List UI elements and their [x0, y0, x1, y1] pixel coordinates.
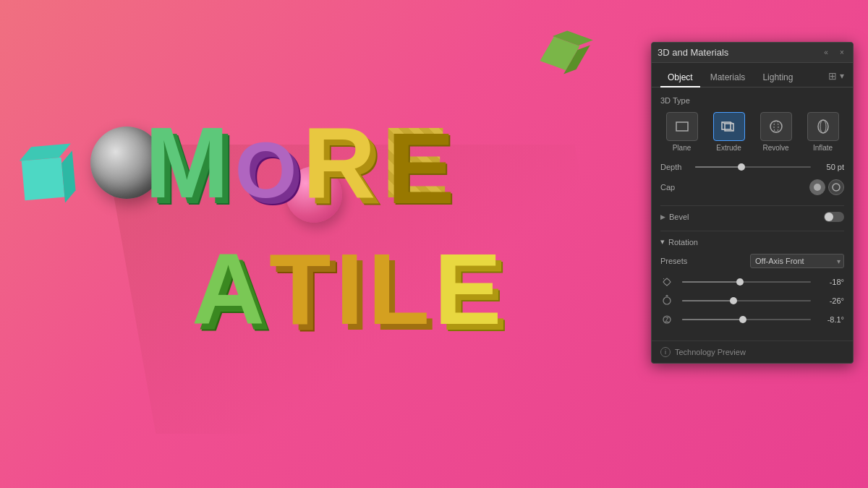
- divider-2: [660, 231, 844, 231]
- x-thumb[interactable]: [736, 278, 744, 286]
- bevel-chevron: ▶: [660, 213, 665, 221]
- x-track: [682, 281, 811, 283]
- teal-cube: [22, 158, 65, 201]
- panel-tabs: Object Materials Lighting ⊞ ▾: [652, 63, 853, 87]
- svg-point-11: [833, 184, 840, 191]
- svg-point-8: [818, 120, 828, 133]
- bevel-toggle[interactable]: [824, 212, 844, 222]
- plane-icon-box: [666, 112, 698, 141]
- tab-lighting[interactable]: Lighting: [755, 69, 800, 87]
- revolve-icon: [767, 119, 785, 134]
- z-thumb[interactable]: [739, 316, 746, 323]
- letter-e: e: [381, 112, 448, 213]
- rotation-label: Rotation: [668, 238, 698, 247]
- rotation-z-icon: [660, 313, 673, 326]
- panel-close-button[interactable]: ×: [837, 48, 847, 58]
- letter-o: o: [235, 130, 297, 210]
- green-cube-top: [540, 37, 579, 70]
- rotation-section-header[interactable]: ▾ Rotation: [660, 237, 844, 247]
- 3d-materials-panel: 3D and Materials « × Object Materials Li…: [651, 42, 854, 364]
- plane-icon: [673, 119, 691, 134]
- tab-object[interactable]: Object: [660, 69, 700, 87]
- type-extrude[interactable]: Extrude: [707, 112, 750, 152]
- rotation-y-icon: [660, 294, 673, 307]
- cap-row: Cap: [660, 179, 844, 195]
- inflate-icon-box: [807, 112, 839, 141]
- depth-thumb[interactable]: [738, 163, 745, 171]
- panel-controls: « ×: [821, 48, 847, 58]
- rotation-z-value: -8.1°: [817, 315, 844, 324]
- tab-icons-area: ⊞ ▾: [828, 69, 844, 87]
- svg-point-13: [663, 297, 671, 304]
- type-inflate[interactable]: Inflate: [801, 112, 844, 152]
- type-revolve[interactable]: Revolve: [754, 112, 797, 152]
- chevron-down-icon[interactable]: ▾: [840, 71, 844, 81]
- bevel-section[interactable]: ▶ Bevel: [660, 212, 844, 222]
- panel-footer: i Technology Preview: [652, 341, 853, 363]
- presets-row: Presets Off-Axis Front: [660, 254, 844, 268]
- tab-materials[interactable]: Materials: [703, 69, 753, 87]
- x-axis-icon: [661, 276, 673, 288]
- letter-i: I: [336, 239, 364, 340]
- rotation-x-row: -18°: [660, 275, 844, 288]
- extrude-label: Extrude: [716, 144, 741, 152]
- cap-label: Cap: [660, 183, 689, 192]
- y-thumb[interactable]: [730, 297, 737, 304]
- svg-rect-0: [676, 122, 688, 131]
- letter-m: m: [145, 112, 229, 213]
- panel-collapse-button[interactable]: «: [821, 48, 831, 58]
- info-icon[interactable]: i: [660, 347, 671, 357]
- rotation-z-slider[interactable]: [682, 314, 811, 325]
- rotation-y-row: -26°: [660, 294, 844, 307]
- letter-r: r: [302, 112, 375, 213]
- cap-hollow-icon: [831, 182, 841, 192]
- panel-body: 3D Type Plane: [652, 87, 853, 341]
- depth-track: [695, 166, 811, 168]
- y-track: [682, 300, 811, 301]
- rotation-x-slider[interactable]: [682, 277, 811, 287]
- technology-preview-label: Technology Preview: [675, 348, 746, 356]
- rotation-x-icon: [660, 275, 673, 288]
- x-fill: [682, 281, 740, 283]
- presets-select-wrapper: Off-Axis Front: [750, 254, 844, 268]
- 3d-type-label: 3D Type: [660, 96, 844, 105]
- extrude-icon-box: [713, 112, 745, 141]
- depth-slider[interactable]: [695, 162, 811, 172]
- rotation-z-row: -8.1°: [660, 313, 844, 326]
- z-track: [682, 319, 811, 320]
- plane-label: Plane: [673, 144, 692, 152]
- presets-select[interactable]: Off-Axis Front: [750, 254, 844, 268]
- bevel-toggle-left: ▶ Bevel: [660, 213, 689, 221]
- inflate-label: Inflate: [813, 144, 833, 152]
- panel-title: 3D and Materials: [658, 47, 728, 58]
- rotation-y-slider[interactable]: [682, 296, 811, 306]
- cap-icon-filled[interactable]: [809, 179, 825, 195]
- svg-line-12: [663, 278, 664, 279]
- revolve-label: Revolve: [762, 144, 788, 152]
- revolve-icon-box: [760, 112, 792, 141]
- panel-titlebar: 3D and Materials « ×: [652, 43, 853, 63]
- arrange-icon[interactable]: ⊞: [828, 70, 837, 82]
- y-fill: [682, 300, 733, 301]
- svg-point-10: [814, 184, 821, 191]
- cap-icon-hollow[interactable]: [828, 179, 844, 195]
- cap-filled-icon: [812, 182, 822, 192]
- depth-value: 50 pt: [817, 163, 844, 171]
- letter-l: L: [368, 239, 430, 340]
- rotation-x-value: -18°: [817, 278, 844, 286]
- depth-row: Depth 50 pt: [660, 162, 844, 172]
- type-plane[interactable]: Plane: [660, 112, 703, 152]
- letter-a: A: [192, 239, 265, 340]
- z-fill: [682, 319, 743, 320]
- rotation-chevron: ▾: [660, 237, 665, 247]
- rotation-y-value: -26°: [817, 296, 844, 305]
- svg-point-6: [770, 121, 782, 132]
- type-grid: Plane Extrude: [660, 112, 844, 152]
- inflate-icon: [814, 119, 832, 134]
- svg-point-7: [774, 121, 778, 132]
- bevel-toggle-knob: [825, 213, 833, 221]
- bevel-label: Bevel: [669, 213, 689, 221]
- 3d-text: m o r e: [145, 112, 449, 213]
- divider-1: [660, 205, 844, 206]
- cap-icons: [809, 179, 844, 195]
